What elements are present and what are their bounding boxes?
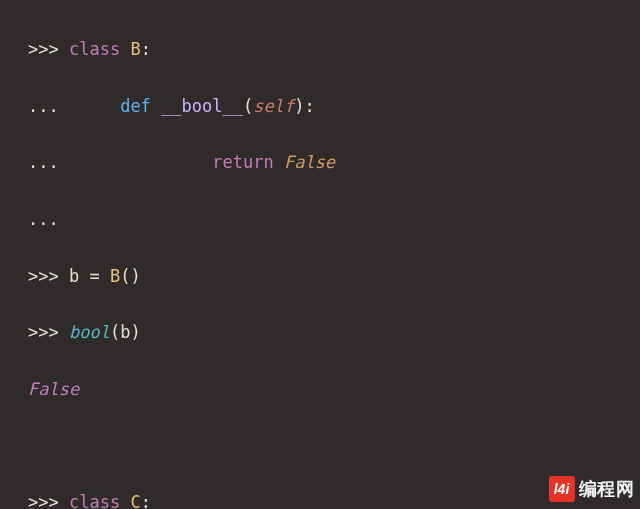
bool-call: bool bbox=[69, 322, 110, 342]
false-literal: False bbox=[284, 152, 335, 172]
indent bbox=[59, 152, 213, 172]
close-paren: ) bbox=[130, 266, 140, 286]
repl-cont: ... bbox=[28, 96, 59, 116]
var-b: b bbox=[69, 266, 79, 286]
space bbox=[120, 492, 130, 509]
keyword-def: def bbox=[120, 96, 151, 116]
keyword-return: return bbox=[212, 152, 273, 172]
output-false: False bbox=[28, 379, 79, 399]
open-paren: ( bbox=[120, 266, 130, 286]
line-5: >>> b = B() bbox=[28, 262, 640, 290]
var-b: b bbox=[120, 322, 130, 342]
indent bbox=[59, 96, 120, 116]
self-param: self bbox=[253, 96, 294, 116]
repl-cont: ... bbox=[28, 209, 59, 229]
class-name-C: C bbox=[130, 492, 140, 509]
class-name-B: B bbox=[110, 266, 120, 286]
space bbox=[151, 96, 161, 116]
close-paren: ) bbox=[130, 322, 140, 342]
line-2: ... def __bool__(self): bbox=[28, 92, 640, 120]
watermark-badge-icon: l4i bbox=[549, 476, 575, 502]
line-4: ... bbox=[28, 205, 640, 233]
line-1: >>> class B: bbox=[28, 35, 640, 63]
space bbox=[274, 152, 284, 172]
watermark-text: 编程网 bbox=[579, 475, 635, 503]
keyword-class: class bbox=[69, 39, 120, 59]
close-paren: ) bbox=[294, 96, 304, 116]
method-bool: __bool__ bbox=[161, 96, 243, 116]
open-paren: ( bbox=[243, 96, 253, 116]
keyword-class: class bbox=[69, 492, 120, 509]
repl-prompt: >>> bbox=[28, 322, 69, 342]
space bbox=[120, 39, 130, 59]
colon: : bbox=[141, 492, 151, 509]
watermark: l4i 编程网 bbox=[549, 475, 635, 503]
line-3: ... return False bbox=[28, 148, 640, 176]
colon: : bbox=[141, 39, 151, 59]
code-block: >>> class B: ... def __bool__(self): ...… bbox=[0, 0, 640, 509]
line-8 bbox=[28, 431, 640, 459]
open-paren: ( bbox=[110, 322, 120, 342]
repl-prompt: >>> bbox=[28, 492, 69, 509]
repl-prompt: >>> bbox=[28, 266, 69, 286]
line-7: False bbox=[28, 375, 640, 403]
repl-prompt: >>> bbox=[28, 39, 69, 59]
line-6: >>> bool(b) bbox=[28, 318, 640, 346]
class-name-B: B bbox=[130, 39, 140, 59]
equals: = bbox=[79, 266, 110, 286]
repl-cont: ... bbox=[28, 152, 59, 172]
colon: : bbox=[304, 96, 314, 116]
